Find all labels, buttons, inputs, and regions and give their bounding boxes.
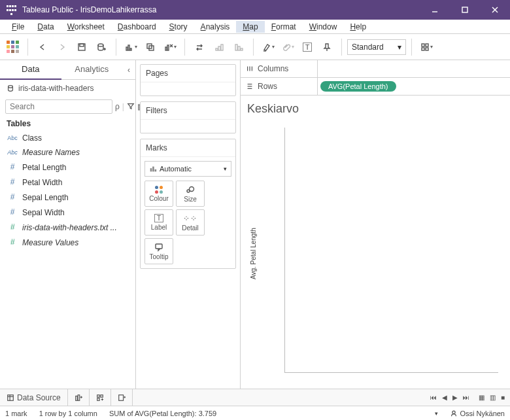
field-sepal-width[interactable]: Sepal Width xyxy=(0,205,135,220)
mark-detail-button[interactable]: ⁘⁘Detail xyxy=(176,209,205,236)
new-story-tab[interactable] xyxy=(111,389,133,406)
svg-rect-23 xyxy=(241,48,243,50)
row-pill[interactable]: AVG(Petal Length) xyxy=(320,81,396,92)
new-worksheet-tab[interactable] xyxy=(68,389,90,406)
sidebar-collapse[interactable]: ‹ xyxy=(122,65,135,75)
tab-data[interactable]: Data xyxy=(0,60,61,80)
swap-button[interactable] xyxy=(190,38,209,56)
menu-story[interactable]: Story xyxy=(163,21,194,33)
menu-format[interactable]: Format xyxy=(265,21,303,33)
field-label: Class xyxy=(22,132,42,144)
toolbar: ▾ ▾ ▾ ▾ T Standard ▾ ▾ xyxy=(0,34,510,60)
highlight-button[interactable]: ▾ xyxy=(259,38,277,56)
data-sidebar: Data Analytics ‹ iris-data-with-headers … xyxy=(0,60,136,389)
nav-first[interactable]: ⏮ xyxy=(429,394,438,401)
field-petal-length[interactable]: Petal Length xyxy=(0,160,135,175)
nav-prev[interactable]: ◀ xyxy=(441,394,449,401)
sort-asc-button[interactable] xyxy=(210,38,228,56)
mark-btn-label: Tooltip xyxy=(150,253,169,260)
svg-rect-21 xyxy=(235,44,237,50)
sort-desc-button[interactable] xyxy=(230,38,248,56)
clear-button[interactable]: ▾ xyxy=(161,38,179,56)
menu-analysis[interactable]: Analysis xyxy=(194,21,237,33)
fit-selector[interactable]: Standard ▾ xyxy=(347,39,406,55)
view-mode-filmstrip[interactable]: ▥ xyxy=(488,394,497,401)
plot-area[interactable] xyxy=(284,128,498,373)
tab-analytics[interactable]: Analytics xyxy=(61,60,123,80)
svg-rect-1 xyxy=(462,7,468,12)
svg-rect-14 xyxy=(165,47,167,50)
viz-area: Columns Rows AVG(Petal Length) Keskiarvo… xyxy=(241,60,510,389)
tables-heading: Tables xyxy=(0,116,135,131)
mark-btn-label: Detail xyxy=(182,224,199,232)
pages-shelf[interactable]: Pages xyxy=(140,64,236,96)
nav-next[interactable]: ▶ xyxy=(451,394,459,401)
data-source-tab[interactable]: Data Source xyxy=(0,389,68,406)
filter-icon[interactable] xyxy=(127,102,135,112)
mark-tooltip-button[interactable]: Tooltip xyxy=(144,238,173,264)
new-story-icon xyxy=(118,394,126,402)
view-mode-slideshow[interactable]: ■ xyxy=(500,394,506,401)
number-type-icon xyxy=(7,236,18,249)
close-button[interactable] xyxy=(480,0,510,20)
mark-colour-button[interactable]: Colour xyxy=(144,181,173,207)
svg-rect-22 xyxy=(238,46,240,50)
undo-button[interactable] xyxy=(33,38,52,56)
marks-type-selector[interactable]: Automatic ▾ xyxy=(144,161,231,177)
paperclip-icon xyxy=(282,43,291,52)
status-dropdown[interactable]: ▾ xyxy=(435,410,438,417)
mark-label-button[interactable]: TLabel xyxy=(144,209,173,236)
sort-desc-icon xyxy=(234,43,243,52)
maximize-icon xyxy=(460,5,469,14)
menu-data[interactable]: Data xyxy=(31,21,60,33)
search-icon[interactable]: ρ xyxy=(115,102,120,111)
field-measure-names[interactable]: Measure Names xyxy=(0,145,135,160)
new-dashboard-tab[interactable] xyxy=(90,389,111,406)
user-icon xyxy=(450,410,458,417)
chevron-down-icon: ▾ xyxy=(398,43,401,52)
new-data-source-button[interactable] xyxy=(92,38,110,56)
menu-map[interactable]: Map xyxy=(236,21,264,33)
tableau-home-button[interactable] xyxy=(4,38,22,56)
filters-shelf[interactable]: Filters xyxy=(140,101,236,133)
pin-icon xyxy=(322,43,332,52)
menu-window[interactable]: Window xyxy=(303,21,344,33)
redo-button[interactable] xyxy=(53,38,71,56)
swap-icon xyxy=(195,43,204,52)
field-iris-data-with-headers-txt-[interactable]: iris-data-with-headers.txt ... xyxy=(0,220,135,235)
pin-button[interactable] xyxy=(318,38,336,56)
svg-rect-26 xyxy=(422,44,424,46)
group-button[interactable]: ▾ xyxy=(279,38,297,56)
show-me-button[interactable]: ▾ xyxy=(417,38,435,56)
view-mode-tabs[interactable]: ▦ xyxy=(477,394,486,401)
minimize-button[interactable] xyxy=(420,0,450,20)
connection-item[interactable]: iris-data-with-headers xyxy=(0,80,135,97)
mark-size-button[interactable]: Size xyxy=(176,181,205,207)
menu-worksheet[interactable]: Worksheet xyxy=(61,21,111,33)
svg-rect-27 xyxy=(426,44,428,46)
columns-shelf[interactable]: Columns xyxy=(241,60,510,78)
mark-btn-label: Colour xyxy=(149,195,168,202)
nav-last[interactable]: ⏭ xyxy=(462,394,471,401)
duplicate-button[interactable] xyxy=(141,38,160,56)
rows-shelf[interactable]: Rows AVG(Petal Length) xyxy=(241,78,510,96)
field-petal-width[interactable]: Petal Width xyxy=(0,175,135,190)
bar-x-icon xyxy=(164,43,173,52)
new-worksheet-button[interactable]: ▾ xyxy=(122,38,140,56)
menu-dashboard[interactable]: Dashboard xyxy=(111,21,163,33)
label-button[interactable]: T xyxy=(298,38,316,56)
chevron-down-icon: ▾ xyxy=(224,166,227,172)
menu-help[interactable]: Help xyxy=(343,21,373,33)
field-sepal-length[interactable]: Sepal Length xyxy=(0,190,135,205)
svg-rect-11 xyxy=(130,48,131,50)
save-button[interactable] xyxy=(73,38,91,56)
main-area: Data Analytics ‹ iris-data-with-headers … xyxy=(0,60,510,389)
fit-selector-label: Standard xyxy=(352,43,384,52)
detail-icon: ⁘⁘ xyxy=(183,214,197,223)
search-input[interactable] xyxy=(5,99,112,114)
field-measure-values[interactable]: Measure Values xyxy=(0,235,135,250)
viz-title[interactable]: Keskiarvo xyxy=(241,96,510,118)
maximize-button[interactable] xyxy=(450,0,480,20)
field-class[interactable]: Class xyxy=(0,131,135,145)
menu-file[interactable]: File xyxy=(5,21,31,33)
